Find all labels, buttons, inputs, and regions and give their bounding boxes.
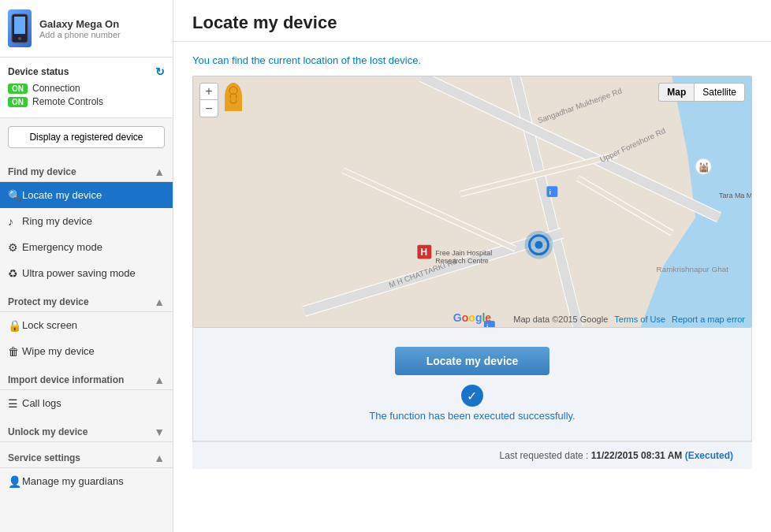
connection-label: Connection — [32, 83, 80, 94]
ring-icon: ♪ — [8, 215, 13, 228]
svg-point-31 — [535, 241, 543, 249]
section-import-device: Import device information ▲ — [0, 367, 173, 390]
svg-text:i: i — [549, 188, 550, 196]
sidebar-item-ultra-power[interactable]: ♻ Ultra power saving mode — [0, 260, 173, 286]
map-type-controls: Map Satellite — [658, 83, 745, 102]
sidebar-item-emergency[interactable]: ⚙ Emergency mode — [0, 234, 173, 260]
device-info: Galaxy Mega On Add a phone number — [39, 18, 121, 39]
chevron-up-icon-4: ▲ — [154, 452, 165, 464]
map-zoom-controls: + − — [199, 83, 218, 117]
wipe-icon: 🗑 — [8, 345, 19, 358]
success-message: The function has been executed successfu… — [369, 410, 575, 422]
sidebar-item-wipe[interactable]: 🗑 Wipe my device — [0, 338, 173, 364]
svg-line-40 — [236, 103, 237, 108]
section-protect-my-device: Protect my device ▲ — [0, 289, 173, 312]
map-type-satellite-button[interactable]: Satellite — [694, 83, 745, 102]
main-header: Locate my device — [173, 0, 771, 42]
search-icon: 🔍 — [8, 189, 21, 202]
street-view-pegman[interactable] — [225, 83, 242, 111]
sidebar-item-call-logs[interactable]: ☰ Call logs — [0, 390, 173, 416]
remote-badge: ON — [8, 97, 28, 107]
locate-description: You can find the current location of the… — [192, 54, 752, 66]
chevron-up-icon-2: ▲ — [154, 296, 165, 308]
device-status-title: Device status ↻ — [8, 65, 165, 78]
sidebar-item-lock-screen[interactable]: 🔒 Lock screen — [0, 312, 173, 338]
svg-text:Ramkrishnapur Ghat: Ramkrishnapur Ghat — [657, 265, 729, 273]
section-find-my-device: Find my device ▲ — [0, 159, 173, 182]
page-title: Locate my device — [192, 13, 752, 33]
call-logs-icon: ☰ — [8, 397, 18, 410]
power-saving-icon: ♻ — [8, 267, 18, 280]
last-requested-footer: Last requested date : 11/22/2015 08:31 A… — [192, 441, 752, 469]
svg-text:Research Centre: Research Centre — [435, 257, 489, 265]
locate-my-device-button[interactable]: Locate my device — [395, 347, 550, 375]
action-panel: Locate my device ✓ The function has been… — [192, 328, 752, 441]
refresh-icon[interactable]: ↻ — [155, 65, 165, 78]
map-type-map-button[interactable]: Map — [658, 83, 694, 102]
map-attribution-right: Map data ©2015 Google Terms of Use Repor… — [513, 314, 745, 324]
success-check-icon: ✓ — [461, 385, 483, 407]
map-view: Upper Foreshore Rd Sangadhar Mukherjee R… — [193, 76, 751, 327]
executed-status: (Executed) — [685, 450, 733, 461]
svg-line-39 — [230, 103, 231, 108]
section-unlock-my-device: Unlock my device ▼ — [0, 419, 173, 442]
svg-rect-1 — [14, 17, 25, 34]
last-requested-date: 11/22/2015 08:31 AM — [591, 450, 683, 461]
connection-status-row: ON Connection — [8, 83, 165, 94]
description-highlight: lost device — [370, 54, 418, 66]
remote-label: Remote Controls — [32, 96, 103, 107]
sidebar: Galaxy Mega On Add a phone number Device… — [0, 0, 173, 532]
emergency-icon: ⚙ — [8, 241, 18, 254]
remote-status-row: ON Remote Controls — [8, 96, 165, 107]
svg-rect-36 — [230, 94, 237, 103]
chevron-up-icon-3: ▲ — [154, 374, 165, 386]
svg-text:H: H — [420, 247, 427, 258]
display-registered-device-button[interactable]: Display a registered device — [8, 126, 165, 148]
zoom-in-button[interactable]: + — [199, 83, 218, 100]
svg-text:Tara Ma Man: Tara Ma Man — [719, 192, 751, 199]
svg-point-2 — [18, 37, 21, 40]
guardian-icon: 👤 — [8, 475, 21, 488]
chevron-down-icon: ▼ — [154, 426, 165, 438]
map-container: Upper Foreshore Rd Sangadhar Mukherjee R… — [192, 76, 752, 328]
connection-badge: ON — [8, 84, 28, 94]
device-header: Galaxy Mega On Add a phone number — [0, 0, 173, 58]
sidebar-item-manage-guardians[interactable]: 👤 Manage my guardians — [0, 468, 173, 494]
zoom-out-button[interactable]: − — [199, 100, 218, 117]
section-service-settings: Service settings ▲ — [0, 445, 173, 468]
success-area: ✓ The function has been executed success… — [369, 385, 575, 422]
sidebar-item-ring[interactable]: ♪ Ring my device — [0, 208, 173, 234]
terms-of-use-link[interactable]: Terms of Use — [614, 314, 665, 324]
main-body: You can find the current location of the… — [173, 42, 771, 532]
device-status-panel: Device status ↻ ON Connection ON Remote … — [0, 58, 173, 118]
map-attribution: Google — [453, 311, 491, 324]
device-thumbnail — [8, 9, 32, 47]
svg-text:Free Jain Hospital: Free Jain Hospital — [435, 249, 492, 257]
sidebar-item-locate[interactable]: 🔍 Locate my device — [0, 182, 173, 208]
svg-text:🕍: 🕍 — [698, 162, 710, 173]
device-sub: Add a phone number — [39, 30, 121, 39]
device-name: Galaxy Mega On — [39, 18, 121, 30]
main-content: Locate my device You can find the curren… — [173, 0, 771, 532]
chevron-up-icon: ▲ — [154, 166, 165, 178]
lock-icon: 🔒 — [8, 319, 21, 332]
report-map-error-link[interactable]: Report a map error — [672, 314, 745, 324]
